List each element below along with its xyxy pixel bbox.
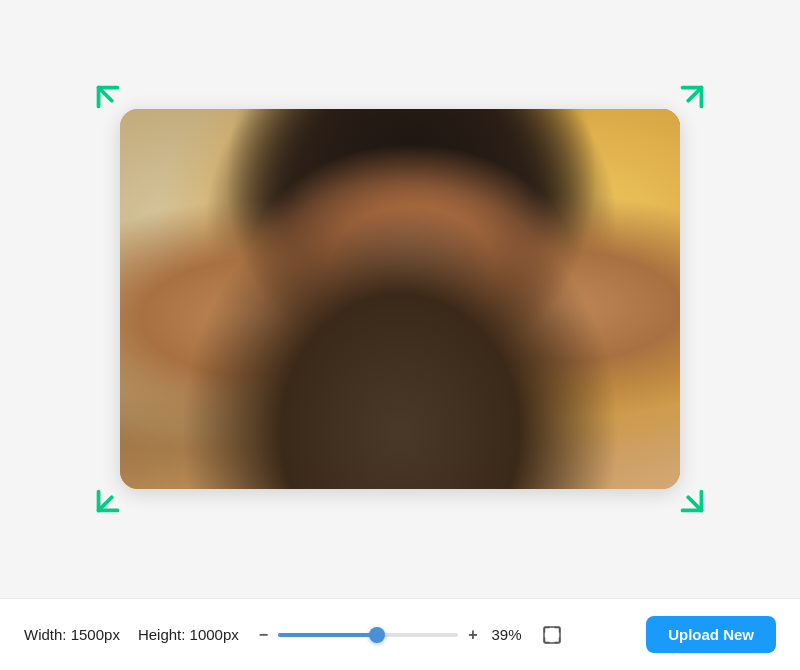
svg-rect-0 (544, 627, 560, 643)
width-label: Width: 1500px (24, 626, 120, 643)
zoom-slider[interactable] (278, 633, 458, 637)
photo-content (120, 109, 680, 489)
canvas-area (0, 0, 800, 598)
expand-icon (543, 626, 561, 644)
main-container: Width: 1500px Height: 1000px − + 39% (0, 0, 800, 670)
expand-icon-button[interactable] (538, 621, 566, 649)
toolbar-info: Width: 1500px Height: 1000px (24, 626, 239, 643)
image-wrapper (120, 109, 680, 489)
zoom-increase-button[interactable]: + (468, 626, 477, 644)
slider-group: − + 39% (259, 621, 610, 649)
person-layer (120, 109, 680, 489)
bottom-toolbar: Width: 1500px Height: 1000px − + 39% (0, 598, 800, 670)
upload-new-button[interactable]: Upload New (646, 616, 776, 653)
slider-fill (278, 633, 377, 637)
image-display (120, 109, 680, 489)
zoom-decrease-button[interactable]: − (259, 626, 268, 644)
zoom-percent-label: 39% (491, 626, 521, 643)
slider-thumb[interactable] (369, 627, 385, 643)
height-label: Height: 1000px (138, 626, 239, 643)
